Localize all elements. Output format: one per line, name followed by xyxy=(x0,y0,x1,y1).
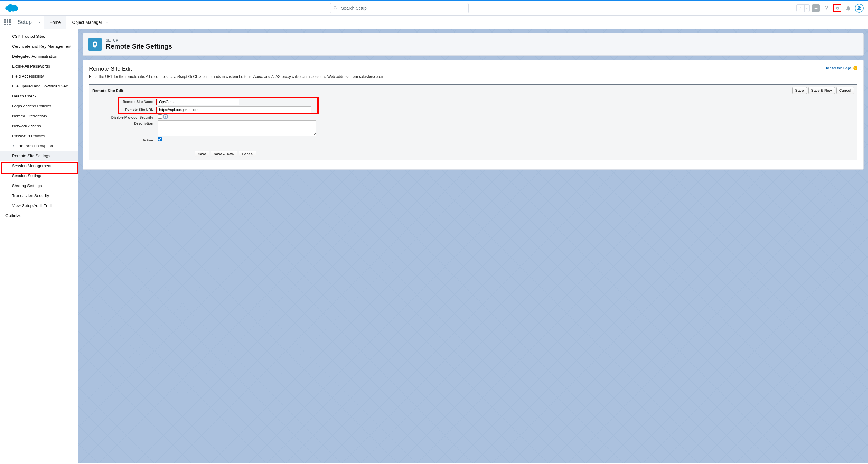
help-bubble-icon: ? xyxy=(853,66,858,70)
global-search xyxy=(330,3,469,13)
sidebar-item-named-credentials[interactable]: Named Credentials xyxy=(0,111,78,121)
header-actions: ☆ ▾ ＋ ? xyxy=(796,4,864,13)
shield-icon xyxy=(88,38,101,51)
disable-protocol-checkbox[interactable] xyxy=(158,114,162,119)
page-title: Remote Site Settings xyxy=(106,42,172,50)
sidebar-item-audit-trail[interactable]: View Setup Audit Trail xyxy=(0,201,78,210)
search-icon xyxy=(333,5,338,10)
setup-gear-button[interactable] xyxy=(833,4,841,12)
remote-site-url-input[interactable] xyxy=(158,107,311,113)
setup-sidebar: CSP Trusted Sites Certificate and Key Ma… xyxy=(0,29,79,463)
setup-navbar: Setup Home Object Manager xyxy=(0,16,868,29)
sidebar-item-password-policies[interactable]: Password Policies xyxy=(0,131,78,141)
sidebar-item-delegated-admin[interactable]: Delegated Administration xyxy=(0,51,78,61)
sidebar-item-sharing-settings[interactable]: Sharing Settings xyxy=(0,181,78,191)
sidebar-item-expire-passwords[interactable]: Expire All Passwords xyxy=(0,61,78,71)
label-active: Active xyxy=(93,137,156,142)
label-remote-site-url: Remote Site URL xyxy=(93,107,156,111)
panel-description: Enter the URL for the remote site. All s… xyxy=(89,75,858,79)
setup-app-name[interactable]: Setup xyxy=(15,16,44,29)
favorites-dropdown[interactable]: ☆ ▾ xyxy=(796,4,809,12)
description-textarea[interactable] xyxy=(158,120,316,136)
save-button-bottom[interactable]: Save xyxy=(195,151,209,157)
sidebar-item-optimizer[interactable]: Optimizer xyxy=(0,210,78,221)
chevron-down-icon xyxy=(38,21,41,24)
cancel-button[interactable]: Cancel xyxy=(836,87,854,94)
panel-heading: Remote Site Edit xyxy=(89,65,132,72)
tab-home[interactable]: Home xyxy=(44,16,66,29)
help-link[interactable]: Help for this Page ? xyxy=(825,65,858,70)
sidebar-item-cert-key[interactable]: Certificate and Key Management xyxy=(0,41,78,51)
svg-point-2 xyxy=(860,7,861,7)
active-checkbox[interactable] xyxy=(158,137,162,142)
chevron-down-icon: ▾ xyxy=(804,4,809,12)
sidebar-item-login-policies[interactable]: Login Access Policies xyxy=(0,101,78,111)
save-new-button[interactable]: Save & New xyxy=(808,87,835,94)
sidebar-item-remote-site-settings[interactable]: Remote Site Settings xyxy=(0,151,78,161)
sidebar-item-file-upload[interactable]: File Upload and Download Sec... xyxy=(0,81,78,91)
sidebar-item-field-accessibility[interactable]: Field Accessibility xyxy=(0,71,78,81)
page-eyebrow: SETUP xyxy=(106,38,172,42)
block-title: Remote Site Edit xyxy=(92,88,192,93)
sidebar-item-network-access[interactable]: Network Access xyxy=(0,121,78,131)
form-block: Remote Site Edit Save Save & New Cancel … xyxy=(89,84,858,160)
save-button[interactable]: Save xyxy=(792,87,807,94)
main-content: SETUP Remote Site Settings Remote Site E… xyxy=(79,29,868,463)
edit-panel: Remote Site Edit Help for this Page ? En… xyxy=(83,60,864,170)
svg-point-1 xyxy=(858,7,859,7)
label-remote-site-name: Remote Site Name xyxy=(93,99,156,104)
star-icon: ☆ xyxy=(797,6,804,10)
search-input[interactable] xyxy=(330,3,469,13)
remote-site-name-input[interactable] xyxy=(158,99,239,105)
sidebar-item-platform-encryption[interactable]: Platform Encryption xyxy=(0,141,78,151)
chevron-down-icon xyxy=(105,21,109,24)
highlight-annotation xyxy=(1,162,78,174)
app-launcher-icon[interactable] xyxy=(3,16,11,29)
info-icon[interactable]: i xyxy=(163,114,167,119)
sidebar-item-health-check[interactable]: Health Check xyxy=(0,91,78,101)
label-disable-protocol: Disable Protocol Security xyxy=(93,114,156,119)
page-header: SETUP Remote Site Settings xyxy=(83,33,864,56)
tab-object-manager[interactable]: Object Manager xyxy=(66,16,115,29)
save-new-button-bottom[interactable]: Save & New xyxy=(211,151,237,157)
cancel-button-bottom[interactable]: Cancel xyxy=(239,151,256,157)
global-add-button[interactable]: ＋ xyxy=(812,4,820,12)
sidebar-item-transaction-security[interactable]: Transaction Security xyxy=(0,191,78,201)
label-description: Description xyxy=(93,120,156,125)
notifications-icon[interactable] xyxy=(844,4,852,12)
button-row-bottom: Save Save & New Cancel xyxy=(195,151,256,157)
button-row-top: Save Save & New Cancel xyxy=(792,87,854,94)
gear-icon xyxy=(835,5,840,11)
sidebar-item-csp[interactable]: CSP Trusted Sites xyxy=(0,31,78,41)
salesforce-logo xyxy=(4,3,21,13)
help-icon[interactable]: ? xyxy=(822,4,831,12)
user-avatar[interactable] xyxy=(855,4,864,13)
global-header: ☆ ▾ ＋ ? xyxy=(0,0,868,16)
